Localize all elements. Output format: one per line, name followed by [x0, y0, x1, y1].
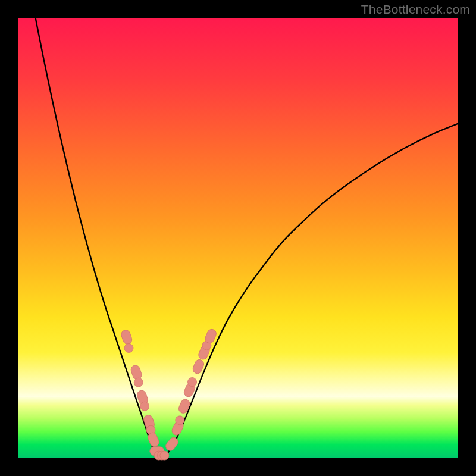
data-marker [120, 329, 133, 346]
chart-svg [18, 18, 458, 458]
curve-right-branch [165, 124, 458, 456]
data-marker [124, 344, 133, 353]
data-marker [134, 378, 143, 387]
data-marker [160, 451, 169, 460]
data-marker [188, 377, 197, 386]
data-marker [177, 398, 191, 415]
data-marker [176, 416, 184, 425]
data-marker [130, 364, 143, 381]
watermark-text: TheBottleneck.com [361, 2, 470, 17]
chart-frame: TheBottleneck.com [0, 0, 476, 476]
curve-left-branch [36, 18, 157, 456]
data-marker [140, 402, 149, 411]
data-marker [164, 436, 180, 452]
